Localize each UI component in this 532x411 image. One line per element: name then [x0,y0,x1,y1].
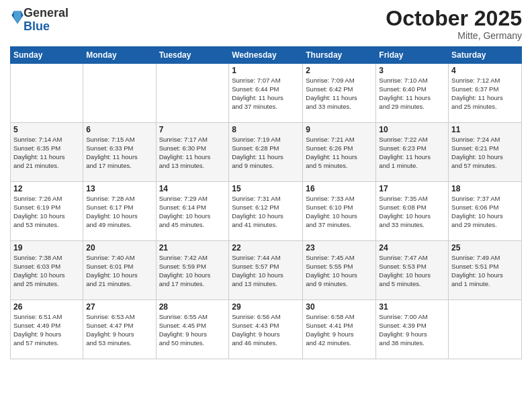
day-info: Sunrise: 7:12 AMSunset: 6:37 PMDaylight:… [451,77,519,111]
day-number: 30 [306,302,373,312]
table-row: 13Sunrise: 7:28 AMSunset: 6:17 PMDayligh… [83,182,156,241]
day-number: 19 [13,243,80,253]
day-number: 10 [379,125,445,134]
month-title: October 2025 [386,7,522,30]
table-row: 7Sunrise: 7:17 AMSunset: 6:30 PMDaylight… [156,123,229,182]
page: General Blue October 2025 Mitte, Germany… [0,0,532,411]
day-number: 6 [86,125,152,134]
logo-general-text: General [24,6,69,19]
col-monday: Monday [83,47,156,64]
table-row: 16Sunrise: 7:33 AMSunset: 6:10 PMDayligh… [303,182,376,241]
day-number: 29 [232,302,300,312]
day-info: Sunrise: 7:09 AMSunset: 6:42 PMDaylight:… [306,77,373,111]
table-row: 12Sunrise: 7:26 AMSunset: 6:19 PMDayligh… [11,182,83,241]
day-number: 28 [159,302,226,312]
table-row: 4Sunrise: 7:12 AMSunset: 6:37 PMDaylight… [449,64,522,123]
day-info: Sunrise: 7:49 AMSunset: 5:51 PMDaylight:… [451,254,519,288]
calendar-week-row: 1Sunrise: 7:07 AMSunset: 6:44 PMDaylight… [11,64,522,123]
table-row: 18Sunrise: 7:37 AMSunset: 6:06 PMDayligh… [449,182,522,241]
logo-blue-text: Blue [24,19,50,33]
day-info: Sunrise: 7:40 AMSunset: 6:01 PMDaylight:… [86,254,152,288]
day-number: 5 [13,125,80,134]
day-info: Sunrise: 7:00 AMSunset: 4:39 PMDaylight:… [379,313,445,347]
day-info: Sunrise: 7:28 AMSunset: 6:17 PMDaylight:… [86,195,152,229]
table-row: 23Sunrise: 7:45 AMSunset: 5:55 PMDayligh… [303,241,376,300]
table-row [83,64,156,123]
table-row: 26Sunrise: 6:51 AMSunset: 4:49 PMDayligh… [11,300,83,359]
day-number: 25 [451,243,519,253]
table-row: 27Sunrise: 6:53 AMSunset: 4:47 PMDayligh… [83,300,156,359]
table-row: 5Sunrise: 7:14 AMSunset: 6:35 PMDaylight… [11,123,83,182]
day-number: 12 [13,184,80,193]
calendar-week-row: 12Sunrise: 7:26 AMSunset: 6:19 PMDayligh… [11,182,522,241]
svg-marker-1 [14,11,21,24]
day-number: 13 [86,184,152,193]
location: Mitte, Germany [386,30,522,41]
day-info: Sunrise: 7:07 AMSunset: 6:44 PMDaylight:… [232,77,300,111]
table-row: 31Sunrise: 7:00 AMSunset: 4:39 PMDayligh… [376,300,449,359]
day-info: Sunrise: 6:56 AMSunset: 4:43 PMDaylight:… [232,313,300,347]
day-info: Sunrise: 7:22 AMSunset: 6:23 PMDaylight:… [379,136,445,170]
table-row: 19Sunrise: 7:38 AMSunset: 6:03 PMDayligh… [11,241,83,300]
table-row: 22Sunrise: 7:44 AMSunset: 5:57 PMDayligh… [229,241,303,300]
table-row: 14Sunrise: 7:29 AMSunset: 6:14 PMDayligh… [156,182,229,241]
table-row: 21Sunrise: 7:42 AMSunset: 5:59 PMDayligh… [156,241,229,300]
day-info: Sunrise: 7:15 AMSunset: 6:33 PMDaylight:… [86,136,152,170]
table-row: 28Sunrise: 6:55 AMSunset: 4:45 PMDayligh… [156,300,229,359]
col-saturday: Saturday [449,47,522,64]
table-row [449,300,522,359]
day-info: Sunrise: 7:33 AMSunset: 6:10 PMDaylight:… [306,195,373,229]
day-number: 2 [306,66,373,75]
day-number: 4 [451,66,519,75]
day-info: Sunrise: 7:17 AMSunset: 6:30 PMDaylight:… [159,136,226,170]
logo: General Blue [10,7,69,34]
table-row: 1Sunrise: 7:07 AMSunset: 6:44 PMDaylight… [229,64,303,123]
table-row: 11Sunrise: 7:24 AMSunset: 6:21 PMDayligh… [449,123,522,182]
day-info: Sunrise: 7:44 AMSunset: 5:57 PMDaylight:… [232,254,300,288]
day-number: 21 [159,243,226,253]
col-tuesday: Tuesday [156,47,229,64]
col-thursday: Thursday [303,47,376,64]
table-row: 17Sunrise: 7:35 AMSunset: 6:08 PMDayligh… [376,182,449,241]
day-number: 16 [306,184,373,193]
day-info: Sunrise: 7:42 AMSunset: 5:59 PMDaylight:… [159,254,226,288]
table-row: 29Sunrise: 6:56 AMSunset: 4:43 PMDayligh… [229,300,303,359]
col-wednesday: Wednesday [229,47,303,64]
day-number: 27 [86,302,152,312]
calendar-week-row: 5Sunrise: 7:14 AMSunset: 6:35 PMDaylight… [11,123,522,182]
day-number: 17 [379,184,445,193]
day-info: Sunrise: 7:38 AMSunset: 6:03 PMDaylight:… [13,254,80,288]
calendar-week-row: 19Sunrise: 7:38 AMSunset: 6:03 PMDayligh… [11,241,522,300]
table-row: 10Sunrise: 7:22 AMSunset: 6:23 PMDayligh… [376,123,449,182]
title-block: October 2025 Mitte, Germany [386,7,522,41]
day-number: 7 [159,125,226,134]
day-info: Sunrise: 7:24 AMSunset: 6:21 PMDaylight:… [451,136,519,170]
day-info: Sunrise: 7:45 AMSunset: 5:55 PMDaylight:… [306,254,373,288]
day-info: Sunrise: 6:53 AMSunset: 4:47 PMDaylight:… [86,313,152,347]
table-row: 6Sunrise: 7:15 AMSunset: 6:33 PMDaylight… [83,123,156,182]
day-number: 15 [232,184,300,193]
day-number: 20 [86,243,152,253]
day-number: 24 [379,243,445,253]
table-row: 24Sunrise: 7:47 AMSunset: 5:53 PMDayligh… [376,241,449,300]
table-row: 25Sunrise: 7:49 AMSunset: 5:51 PMDayligh… [449,241,522,300]
table-row: 20Sunrise: 7:40 AMSunset: 6:01 PMDayligh… [83,241,156,300]
day-info: Sunrise: 7:19 AMSunset: 6:28 PMDaylight:… [232,136,300,170]
table-row: 30Sunrise: 6:58 AMSunset: 4:41 PMDayligh… [303,300,376,359]
day-info: Sunrise: 6:51 AMSunset: 4:49 PMDaylight:… [13,313,80,347]
day-number: 8 [232,125,300,134]
day-info: Sunrise: 6:55 AMSunset: 4:45 PMDaylight:… [159,313,226,347]
calendar-header-row: Sunday Monday Tuesday Wednesday Thursday… [11,47,522,64]
day-number: 31 [379,302,445,312]
col-friday: Friday [376,47,449,64]
day-number: 9 [306,125,373,134]
day-number: 18 [451,184,519,193]
day-info: Sunrise: 7:14 AMSunset: 6:35 PMDaylight:… [13,136,80,170]
table-row: 8Sunrise: 7:19 AMSunset: 6:28 PMDaylight… [229,123,303,182]
day-info: Sunrise: 7:26 AMSunset: 6:19 PMDaylight:… [13,195,80,229]
table-row [156,64,229,123]
day-info: Sunrise: 7:21 AMSunset: 6:26 PMDaylight:… [306,136,373,170]
day-number: 26 [13,302,80,312]
table-row: 9Sunrise: 7:21 AMSunset: 6:26 PMDaylight… [303,123,376,182]
table-row: 3Sunrise: 7:10 AMSunset: 6:40 PMDaylight… [376,64,449,123]
